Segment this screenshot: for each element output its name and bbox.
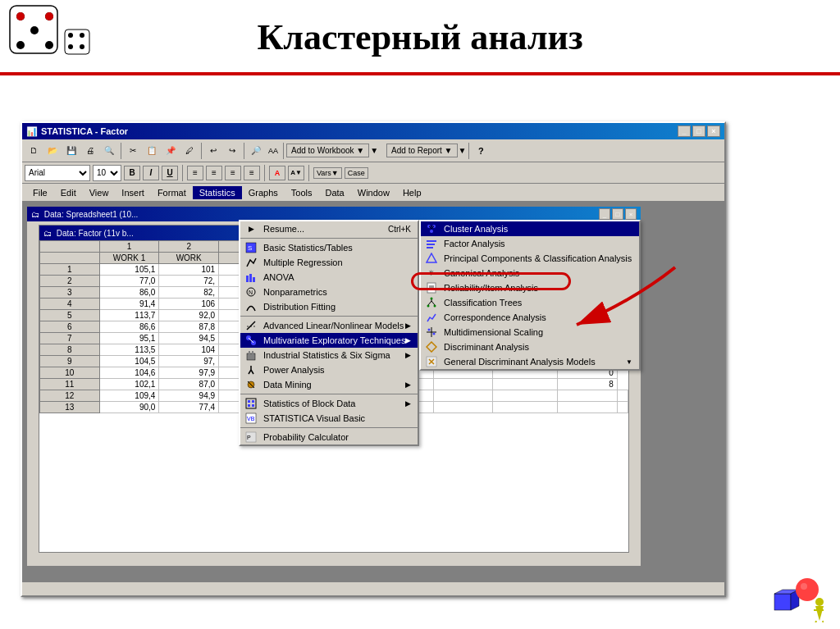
advanced-linear-arrow: ▶: [405, 321, 411, 330]
font-color-button[interactable]: A: [269, 166, 285, 180]
justify-button[interactable]: ≡: [244, 166, 260, 180]
svg-text:VB: VB: [247, 416, 255, 422]
menu-classification-trees[interactable]: Classification Trees: [421, 295, 639, 310]
row-num-header: [40, 253, 100, 264]
work2-header: WORK: [159, 253, 219, 264]
align-right-button[interactable]: ≡: [225, 166, 241, 180]
menu-cluster-analysis[interactable]: Cluster Analysis: [421, 221, 639, 236]
copy-button[interactable]: 📋: [143, 142, 161, 160]
bg-maximize-btn[interactable]: □: [612, 208, 623, 220]
print-button[interactable]: 🖨: [81, 142, 99, 160]
basic-stats-icon: S: [244, 241, 258, 254]
separator-4: [283, 143, 284, 159]
align-center-button[interactable]: ≡: [206, 166, 222, 180]
menu-statistics[interactable]: Statistics: [193, 186, 242, 199]
add-to-report-button[interactable]: Add to Report ▼: [386, 144, 457, 157]
industrial-icon: [244, 349, 258, 362]
menu-data[interactable]: Data: [319, 186, 351, 199]
bg-minimize-btn[interactable]: _: [599, 208, 610, 220]
menu-view[interactable]: View: [83, 186, 116, 199]
menu-tools[interactable]: Tools: [285, 186, 319, 199]
menu-power[interactable]: Power Analysis: [240, 362, 418, 377]
save-button[interactable]: 💾: [62, 142, 80, 160]
content-area: 🗂 Data: Spreadsheet1 (10... _ □ × 🗂 Data…: [22, 202, 724, 582]
menu-industrial[interactable]: Industrial Statistics & Six Sigma ▶: [240, 348, 418, 362]
add-to-workbook-button[interactable]: Add to Workbook ▼: [286, 144, 369, 157]
menu-reliability[interactable]: Reliability/Item Analysis: [421, 280, 639, 295]
minimize-button[interactable]: _: [678, 125, 691, 137]
menu-visual-basic[interactable]: VB STATISTICA Visual Basic: [240, 411, 418, 426]
svg-line-55: [431, 301, 435, 305]
svg-point-41: [430, 230, 433, 233]
menu-multiple-regression[interactable]: Multiple Regression: [240, 255, 418, 270]
menu-discriminant[interactable]: Discriminant Analysis: [421, 340, 639, 354]
menu-pca[interactable]: Principal Components & Classification An…: [421, 251, 639, 266]
menu-block-data[interactable]: Statistics of Block Data ▶: [240, 396, 418, 411]
italic-button[interactable]: I: [143, 166, 159, 180]
menu-data-mining[interactable]: Data Mining ▶: [240, 377, 418, 392]
close-button[interactable]: ×: [707, 125, 720, 137]
menu-edit[interactable]: Edit: [54, 186, 83, 199]
menu-anova[interactable]: ANOVA: [240, 270, 418, 285]
svg-point-61: [428, 329, 431, 331]
menu-correspondence[interactable]: Correspondence Analysis: [421, 310, 639, 325]
bold-button[interactable]: B: [124, 166, 140, 180]
new-button[interactable]: 🗋: [25, 142, 43, 160]
workbook-dropdown-arrow[interactable]: ▼: [370, 146, 378, 155]
svg-text:N: N: [249, 289, 253, 295]
menu-nonparametrics[interactable]: N Nonparametrics: [240, 285, 418, 299]
menu-help[interactable]: Help: [396, 186, 428, 199]
svg-line-54: [428, 301, 431, 305]
paste-button[interactable]: 📌: [162, 142, 180, 160]
titlebar-left: 📊 STATISTICA - Factor: [26, 126, 128, 137]
menu-basic-stats[interactable]: S Basic Statistics/Tables: [240, 240, 418, 255]
menu-insert[interactable]: Insert: [115, 186, 151, 199]
regression-icon: [244, 256, 258, 269]
svg-rect-33: [248, 404, 250, 407]
case-button[interactable]: Case: [345, 167, 368, 179]
underline-button[interactable]: U: [162, 166, 178, 180]
bg-close-btn[interactable]: ×: [625, 208, 637, 220]
resume-icon: ▶: [244, 222, 258, 235]
find-button[interactable]: 🔎: [247, 142, 265, 160]
separator-6: [182, 165, 183, 181]
menu-distribution-fitting[interactable]: Distribution Fitting: [240, 299, 418, 314]
menu-mds[interactable]: Multidimensional Scaling: [421, 325, 639, 340]
red-separator-line: [0, 72, 840, 75]
menu-graphs[interactable]: Graphs: [242, 186, 285, 199]
bottom-right-icon: [770, 569, 824, 622]
menu-canonical[interactable]: ✳ Canonical Analysis: [421, 266, 639, 280]
format-painter-button[interactable]: 🖊: [180, 142, 199, 160]
help-button[interactable]: ?: [472, 142, 490, 160]
page-title: Кластерный анализ: [0, 16, 840, 58]
titlebar-buttons[interactable]: _ □ ×: [678, 125, 720, 137]
data-mining-arrow: ▶: [405, 381, 411, 389]
menu-multivariate[interactable]: Multivariate Exploratory Techniques ▶: [240, 333, 418, 348]
menu-general-discriminant[interactable]: General Discriminant Analysis Models ▼: [421, 354, 639, 369]
cut-button[interactable]: ✂: [124, 142, 142, 160]
font-size-select[interactable]: 10: [93, 165, 121, 181]
report-dropdown-arrow[interactable]: ▼: [459, 146, 467, 155]
vars-icon[interactable]: AA: [266, 142, 281, 160]
menu-advanced-linear[interactable]: Advanced Linear/Nonlinear Models ▶: [240, 318, 418, 333]
align-left-button[interactable]: ≡: [187, 166, 203, 180]
svg-rect-30: [246, 399, 256, 408]
menu-resume[interactable]: ▶ Resume... Ctrl+K: [240, 221, 418, 236]
preview-button[interactable]: 🔍: [100, 142, 118, 160]
redo-button[interactable]: ↪: [223, 142, 241, 160]
undo-button[interactable]: ↩: [204, 142, 222, 160]
menu-format[interactable]: Format: [151, 186, 193, 199]
svg-line-24: [249, 338, 253, 343]
highlight-button[interactable]: A▼: [288, 166, 304, 180]
open-button[interactable]: 📂: [43, 142, 62, 160]
svg-text:P: P: [247, 435, 251, 440]
window-titlebar: 📊 STATISTICA - Factor _ □ ×: [22, 123, 724, 139]
spreadsheet-bg-controls[interactable]: _ □ ×: [599, 208, 637, 220]
menu-window[interactable]: Window: [351, 186, 396, 199]
menu-probability-calc[interactable]: P Probability Calculator: [240, 430, 418, 444]
vars-button[interactable]: Vars▼: [313, 167, 342, 179]
menu-file[interactable]: File: [26, 186, 54, 199]
font-family-select[interactable]: Arial: [25, 165, 90, 181]
maximize-button[interactable]: □: [692, 125, 705, 137]
menu-factor-analysis[interactable]: Factor Analysis: [421, 236, 639, 251]
